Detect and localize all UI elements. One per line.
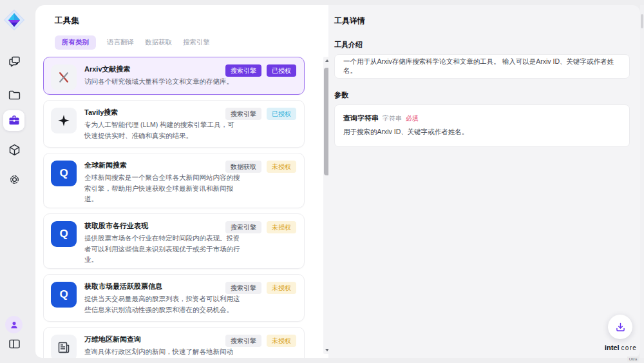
badges: 搜索引擎 未授权 [225,335,296,347]
auth-badge: 未授权 [267,335,296,347]
category-badge: 数据获取 [225,161,261,173]
category-badge: 搜索引擎 [225,64,261,77]
intel-core-logo: intelcore Ultra [599,344,643,363]
arxiv-icon [51,64,77,90]
tool-card-regional-news[interactable]: 万维地区新闻查询 查询具体行政区划内的新闻，快速了解各地新闻动 搜索引擎 未授权 [43,327,305,358]
badges: 搜索引擎 未授权 [225,282,296,294]
auth-badge: 已授权 [267,64,296,77]
q-search-icon: Q [51,161,77,186]
tool-title: 获取市场最活跃股票信息 [84,281,240,291]
tab-data-fetch[interactable]: 数据获取 [145,35,172,50]
detail-title: 工具详情 [334,15,365,26]
tool-title: 获取股市各行业表现 [84,221,240,231]
badges: 搜索引擎 已授权 [225,64,296,77]
tool-card-sector-performance[interactable]: Q 获取股市各行业表现 提供股票市场各个行业在特定时间段内的表现。投资者可以利用… [43,213,305,269]
auth-badge: 未授权 [267,161,296,173]
tool-description: 查询具体行政区划内的新闻，快速了解各地新闻动 [84,346,240,357]
auth-badge: 未授权 [267,221,296,233]
param-required-flag: 必填 [406,114,419,123]
tab-all-categories[interactable]: 所有类别 [55,35,96,50]
brand-intel: intel [605,344,620,351]
tool-list: Arxiv文献搜索 访问各个研究领域大量科学论文和文章的存储库。 搜索引擎 已授… [43,57,305,358]
auth-badge: 未授权 [267,282,296,294]
newspaper-icon [51,335,77,358]
page-title: 工具集 [55,15,79,26]
badges: 搜索引擎 未授权 [225,221,296,233]
tool-card-arxiv[interactable]: Arxiv文献搜索 访问各个研究领域大量科学论文和文章的存储库。 搜索引擎 已授… [43,57,305,95]
intro-heading: 工具介绍 [334,40,363,50]
category-tabs: 所有类别 语言翻译 数据获取 搜索引擎 [55,35,210,50]
param-description: 用于搜索的Arxiv ID、关键字或作者姓名。 [343,128,621,137]
tool-title: Tavily搜索 [84,107,240,117]
panel-toggle-icon[interactable] [6,336,22,351]
tool-card-tavily[interactable]: Tavily搜索 专为人工智能代理 (LLM) 构建的搜索引擎工具，可快速提供实… [43,100,305,148]
tool-title: 全球新闻搜索 [84,160,240,170]
param-name: 查询字符串 [343,113,379,123]
tab-search-engine[interactable]: 搜索引擎 [183,35,210,50]
badges: 搜索引擎 已授权 [225,108,296,120]
category-badge: 搜索引擎 [225,221,261,233]
q-search-icon: Q [51,221,77,247]
app-window: 工具集 所有类别 语言翻译 数据获取 搜索引擎 Arxiv文献搜索 访问各个研究… [0,0,644,363]
params-heading: 参数 [334,90,348,100]
brand-ultra-badge: Ultra [627,357,639,362]
tool-title: Arxiv文献搜索 [84,64,240,74]
param-type: 字符串 [383,114,402,123]
tavily-star-icon [51,108,77,133]
tool-detail-pane: 工具详情 工具介绍 一个用于从Arxiv存储库搜索科学论文和文章的工具。 输入可… [328,5,640,358]
window-scrollbar-thumb[interactable] [641,14,643,28]
intro-card: 一个用于从Arxiv存储库搜索科学论文和文章的工具。 输入可以是Arxiv ID… [334,54,630,79]
tool-card-global-news[interactable]: Q 全球新闻搜索 全球新闻搜索是一个聚合全球各大新闻网站内容的搜索引擎，帮助用户… [43,153,305,208]
tab-language-translation[interactable]: 语言翻译 [107,35,134,50]
category-badge: 搜索引擎 [225,335,261,347]
chat-icon[interactable] [6,54,22,69]
user-avatar-icon[interactable] [5,316,23,333]
folder-icon[interactable] [6,87,22,103]
tool-description: 提供股票市场各个行业在特定时间段内的表现。投资者可以利用这些信息来识别表现优于或… [84,233,240,265]
q-search-icon: Q [51,282,77,308]
category-badge: 搜索引擎 [225,282,261,294]
intro-text: 一个用于从Arxiv存储库搜索科学论文和文章的工具。 输入可以是Arxiv ID… [343,57,621,75]
toolset-pane: 工具集 所有类别 语言翻译 数据获取 搜索引擎 Arxiv文献搜索 访问各个研究… [35,5,332,358]
download-button[interactable] [608,315,632,339]
gear-icon[interactable] [6,172,22,187]
tool-description: 专为人工智能代理 (LLM) 构建的搜索引擎工具，可快速提供实时、准确和真实的结… [84,119,240,141]
tool-description: 访问各个研究领域大量科学论文和文章的存储库。 [84,76,240,87]
brand-core: core [621,344,637,351]
toolbox-icon[interactable] [3,110,24,131]
tool-title: 万维地区新闻查询 [84,334,240,344]
param-card: 查询字符串 字符串 必填 用于搜索的Arxiv ID、关键字或作者姓名。 [334,104,630,147]
logo-diamond-icon [3,8,26,32]
tool-description: 全球新闻搜索是一个聚合全球各大新闻网站内容的搜索引擎，帮助用户快速获取全球最新资… [84,172,240,204]
tool-description: 提供当天交易量最高的股票列表，投资者可以利用这些信息来识别流动性强的股票和潜在的… [84,293,240,315]
download-icon [614,321,627,333]
auth-badge: 已授权 [267,108,296,120]
badges: 数据获取 未授权 [225,161,296,173]
cube-icon[interactable] [6,142,22,157]
tool-card-most-active-stocks[interactable]: Q 获取市场最活跃股票信息 提供当天交易量最高的股票列表，投资者可以利用这些信息… [43,274,305,322]
icon-rail [0,0,35,363]
window-scrollbar[interactable] [640,5,644,358]
category-badge: 搜索引擎 [225,108,261,120]
